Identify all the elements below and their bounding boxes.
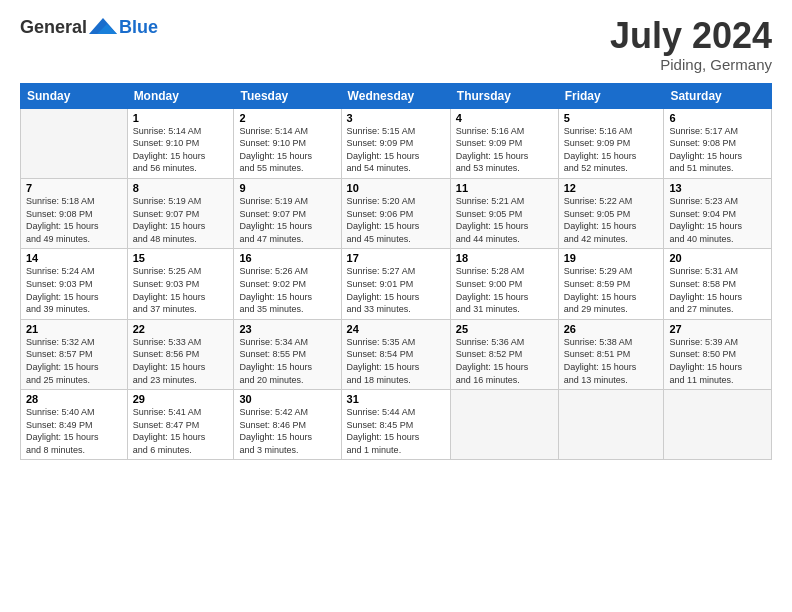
day-number: 17 (347, 252, 445, 264)
day-number: 5 (564, 112, 659, 124)
day-number: 30 (239, 393, 335, 405)
table-row (21, 108, 128, 178)
day-number: 16 (239, 252, 335, 264)
table-row: 3Sunrise: 5:15 AM Sunset: 9:09 PM Daylig… (341, 108, 450, 178)
header-monday: Monday (127, 83, 234, 108)
table-row: 9Sunrise: 5:19 AM Sunset: 9:07 PM Daylig… (234, 178, 341, 248)
day-info: Sunrise: 5:25 AM Sunset: 9:03 PM Dayligh… (133, 265, 229, 315)
header-wednesday: Wednesday (341, 83, 450, 108)
day-info: Sunrise: 5:39 AM Sunset: 8:50 PM Dayligh… (669, 336, 766, 386)
table-row: 24Sunrise: 5:35 AM Sunset: 8:54 PM Dayli… (341, 319, 450, 389)
table-row: 7Sunrise: 5:18 AM Sunset: 9:08 PM Daylig… (21, 178, 128, 248)
table-row: 22Sunrise: 5:33 AM Sunset: 8:56 PM Dayli… (127, 319, 234, 389)
day-number: 4 (456, 112, 553, 124)
day-number: 29 (133, 393, 229, 405)
day-info: Sunrise: 5:18 AM Sunset: 9:08 PM Dayligh… (26, 195, 122, 245)
table-row: 12Sunrise: 5:22 AM Sunset: 9:05 PM Dayli… (558, 178, 664, 248)
day-number: 21 (26, 323, 122, 335)
table-row: 17Sunrise: 5:27 AM Sunset: 9:01 PM Dayli… (341, 249, 450, 319)
day-info: Sunrise: 5:42 AM Sunset: 8:46 PM Dayligh… (239, 406, 335, 456)
logo-text-general: General (20, 17, 87, 38)
day-number: 9 (239, 182, 335, 194)
table-row: 23Sunrise: 5:34 AM Sunset: 8:55 PM Dayli… (234, 319, 341, 389)
day-number: 15 (133, 252, 229, 264)
day-number: 20 (669, 252, 766, 264)
title-area: July 2024 Piding, Germany (610, 16, 772, 73)
calendar-week-row: 21Sunrise: 5:32 AM Sunset: 8:57 PM Dayli… (21, 319, 772, 389)
header-thursday: Thursday (450, 83, 558, 108)
header: General Blue July 2024 Piding, Germany (20, 16, 772, 73)
logo-text-blue: Blue (119, 17, 158, 38)
table-row: 26Sunrise: 5:38 AM Sunset: 8:51 PM Dayli… (558, 319, 664, 389)
table-row: 19Sunrise: 5:29 AM Sunset: 8:59 PM Dayli… (558, 249, 664, 319)
day-info: Sunrise: 5:44 AM Sunset: 8:45 PM Dayligh… (347, 406, 445, 456)
day-number: 13 (669, 182, 766, 194)
table-row: 15Sunrise: 5:25 AM Sunset: 9:03 PM Dayli… (127, 249, 234, 319)
day-info: Sunrise: 5:14 AM Sunset: 9:10 PM Dayligh… (133, 125, 229, 175)
day-info: Sunrise: 5:19 AM Sunset: 9:07 PM Dayligh… (239, 195, 335, 245)
day-info: Sunrise: 5:17 AM Sunset: 9:08 PM Dayligh… (669, 125, 766, 175)
day-number: 18 (456, 252, 553, 264)
day-number: 28 (26, 393, 122, 405)
table-row: 5Sunrise: 5:16 AM Sunset: 9:09 PM Daylig… (558, 108, 664, 178)
day-info: Sunrise: 5:19 AM Sunset: 9:07 PM Dayligh… (133, 195, 229, 245)
day-number: 8 (133, 182, 229, 194)
header-tuesday: Tuesday (234, 83, 341, 108)
day-info: Sunrise: 5:24 AM Sunset: 9:03 PM Dayligh… (26, 265, 122, 315)
table-row: 25Sunrise: 5:36 AM Sunset: 8:52 PM Dayli… (450, 319, 558, 389)
day-info: Sunrise: 5:20 AM Sunset: 9:06 PM Dayligh… (347, 195, 445, 245)
day-number: 31 (347, 393, 445, 405)
calendar-week-row: 7Sunrise: 5:18 AM Sunset: 9:08 PM Daylig… (21, 178, 772, 248)
day-number: 23 (239, 323, 335, 335)
page: General Blue July 2024 Piding, Germany S… (0, 0, 792, 470)
day-number: 12 (564, 182, 659, 194)
header-sunday: Sunday (21, 83, 128, 108)
day-info: Sunrise: 5:40 AM Sunset: 8:49 PM Dayligh… (26, 406, 122, 456)
table-row: 13Sunrise: 5:23 AM Sunset: 9:04 PM Dayli… (664, 178, 772, 248)
day-number: 11 (456, 182, 553, 194)
logo: General Blue (20, 16, 158, 38)
table-row: 27Sunrise: 5:39 AM Sunset: 8:50 PM Dayli… (664, 319, 772, 389)
day-number: 3 (347, 112, 445, 124)
day-info: Sunrise: 5:16 AM Sunset: 9:09 PM Dayligh… (564, 125, 659, 175)
day-number: 2 (239, 112, 335, 124)
day-info: Sunrise: 5:31 AM Sunset: 8:58 PM Dayligh… (669, 265, 766, 315)
day-number: 24 (347, 323, 445, 335)
day-number: 22 (133, 323, 229, 335)
calendar-body: 1Sunrise: 5:14 AM Sunset: 9:10 PM Daylig… (21, 108, 772, 460)
day-info: Sunrise: 5:34 AM Sunset: 8:55 PM Dayligh… (239, 336, 335, 386)
day-info: Sunrise: 5:33 AM Sunset: 8:56 PM Dayligh… (133, 336, 229, 386)
calendar-header-row: Sunday Monday Tuesday Wednesday Thursday… (21, 83, 772, 108)
table-row: 21Sunrise: 5:32 AM Sunset: 8:57 PM Dayli… (21, 319, 128, 389)
day-info: Sunrise: 5:36 AM Sunset: 8:52 PM Dayligh… (456, 336, 553, 386)
day-number: 6 (669, 112, 766, 124)
table-row (558, 390, 664, 460)
table-row: 8Sunrise: 5:19 AM Sunset: 9:07 PM Daylig… (127, 178, 234, 248)
day-info: Sunrise: 5:35 AM Sunset: 8:54 PM Dayligh… (347, 336, 445, 386)
day-info: Sunrise: 5:15 AM Sunset: 9:09 PM Dayligh… (347, 125, 445, 175)
table-row: 11Sunrise: 5:21 AM Sunset: 9:05 PM Dayli… (450, 178, 558, 248)
table-row: 29Sunrise: 5:41 AM Sunset: 8:47 PM Dayli… (127, 390, 234, 460)
header-friday: Friday (558, 83, 664, 108)
calendar-week-row: 28Sunrise: 5:40 AM Sunset: 8:49 PM Dayli… (21, 390, 772, 460)
day-number: 7 (26, 182, 122, 194)
table-row: 18Sunrise: 5:28 AM Sunset: 9:00 PM Dayli… (450, 249, 558, 319)
day-info: Sunrise: 5:22 AM Sunset: 9:05 PM Dayligh… (564, 195, 659, 245)
table-row: 14Sunrise: 5:24 AM Sunset: 9:03 PM Dayli… (21, 249, 128, 319)
table-row: 4Sunrise: 5:16 AM Sunset: 9:09 PM Daylig… (450, 108, 558, 178)
day-number: 14 (26, 252, 122, 264)
day-info: Sunrise: 5:38 AM Sunset: 8:51 PM Dayligh… (564, 336, 659, 386)
day-info: Sunrise: 5:29 AM Sunset: 8:59 PM Dayligh… (564, 265, 659, 315)
day-number: 10 (347, 182, 445, 194)
day-info: Sunrise: 5:27 AM Sunset: 9:01 PM Dayligh… (347, 265, 445, 315)
table-row: 6Sunrise: 5:17 AM Sunset: 9:08 PM Daylig… (664, 108, 772, 178)
day-number: 27 (669, 323, 766, 335)
day-info: Sunrise: 5:14 AM Sunset: 9:10 PM Dayligh… (239, 125, 335, 175)
table-row: 30Sunrise: 5:42 AM Sunset: 8:46 PM Dayli… (234, 390, 341, 460)
table-row: 1Sunrise: 5:14 AM Sunset: 9:10 PM Daylig… (127, 108, 234, 178)
table-row: 10Sunrise: 5:20 AM Sunset: 9:06 PM Dayli… (341, 178, 450, 248)
month-year-title: July 2024 (610, 16, 772, 56)
day-info: Sunrise: 5:21 AM Sunset: 9:05 PM Dayligh… (456, 195, 553, 245)
day-number: 25 (456, 323, 553, 335)
day-info: Sunrise: 5:32 AM Sunset: 8:57 PM Dayligh… (26, 336, 122, 386)
